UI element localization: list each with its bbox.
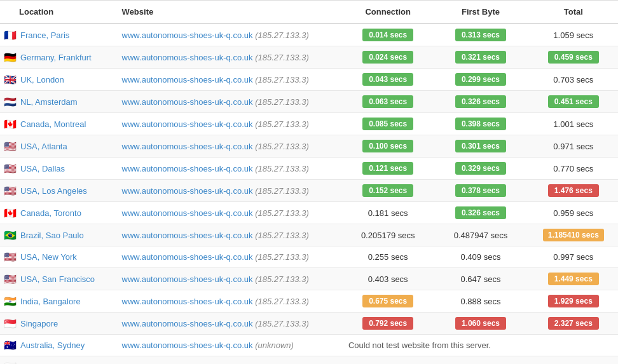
website-ip: (185.27.133.3)	[255, 252, 309, 262]
website-ip: (185.27.133.3)	[255, 297, 309, 306]
firstbyte-value: 0.888 secs	[461, 297, 501, 306]
firstbyte-cell: 0.301 secs	[432, 135, 528, 158]
website-url: www.autonomous-shoes-uk-q.co.uk (185.27.…	[122, 142, 309, 151]
flag-icon: 🇬🇧	[4, 74, 17, 86]
location-name: USA, San Francisco	[20, 274, 95, 284]
website-cell: www.autonomous-shoes-uk-q.co.uk (unknown…	[117, 335, 343, 356]
location-name: USA, New York	[20, 252, 77, 262]
connection-cell: 0.403 secs	[343, 268, 432, 290]
website-cell: www.autonomous-shoes-uk-q.co.uk (185.27.…	[117, 268, 343, 290]
flag-icon: 🇦🇺	[4, 339, 17, 351]
connection-cell: 0.085 secs	[343, 113, 432, 135]
total-cell: 2.327 secs	[529, 313, 618, 335]
location-cell: 🇺🇸USA, New York	[0, 246, 117, 268]
header-location: Location	[0, 1, 117, 24]
table-row: 🇺🇸USA, Los Angeleswww.autonomous-shoes-u…	[0, 180, 618, 202]
website-cell: www.autonomous-shoes-uk-q.co.uk (185.27.…	[117, 313, 343, 335]
website-ip: (185.27.133.3)	[255, 319, 309, 328]
total-cell: 0.959 secs	[529, 202, 618, 224]
website-ip: (185.27.133.3)	[255, 30, 309, 40]
total-cell: 0.971 secs	[529, 135, 618, 158]
firstbyte-badge: 0.398 secs	[455, 118, 506, 130]
flag-icon: 🇧🇷	[4, 229, 17, 241]
connection-badge: 0.024 secs	[362, 51, 413, 64]
firstbyte-cell: 1.060 secs	[432, 313, 528, 335]
table-row: 🇺🇸USA, New Yorkwww.autonomous-shoes-uk-q…	[0, 246, 618, 268]
flag-icon: 🇺🇸	[4, 251, 17, 263]
table-row: 🇺🇸USA, San Franciscowww.autonomous-shoes…	[0, 268, 618, 290]
website-url: www.autonomous-shoes-uk-q.co.uk (185.27.…	[122, 231, 309, 240]
connection-value: 0.403 secs	[368, 274, 408, 284]
firstbyte-cell: 0.647 secs	[432, 268, 528, 290]
connection-badge: 0.792 secs	[362, 317, 413, 330]
firstbyte-cell: 0.378 secs	[432, 180, 528, 202]
website-url: www.autonomous-shoes-uk-q.co.uk (185.27.…	[122, 297, 309, 306]
website-ip: (185.27.133.3)	[255, 164, 309, 173]
connection-badge: 0.063 secs	[362, 95, 413, 108]
flag-icon: 🇨🇦	[4, 118, 17, 130]
location-cell: 🇩🇪Germany, Frankfurt	[0, 46, 117, 69]
total-value: 0.971 secs	[553, 142, 593, 151]
connection-cell: 0.024 secs	[343, 46, 432, 69]
website-url: www.autonomous-shoes-uk-q.co.uk (185.27.…	[122, 252, 309, 262]
connection-cell: 0.063 secs	[343, 91, 432, 113]
table-row: 🇮🇳India, Bangalorewww.autonomous-shoes-u…	[0, 290, 618, 313]
website-url: www.autonomous-shoes-uk-q.co.uk (185.27.…	[122, 186, 309, 196]
connection-cell: 0.792 secs	[343, 313, 432, 335]
location-name: Brazil, Sao Paulo	[20, 231, 84, 240]
total-cell: 0.770 secs	[529, 158, 618, 180]
firstbyte-value: 0.409 secs	[461, 252, 501, 262]
firstbyte-badge: 0.313 secs	[455, 29, 506, 41]
total-badge: 1.929 secs	[548, 295, 599, 307]
total-value: 0.959 secs	[553, 208, 593, 218]
connection-cell: 0.181 secs	[343, 202, 432, 224]
website-ip: (185.27.133.3)	[255, 53, 309, 62]
location-cell: 🇮🇳India, Bangalore	[0, 290, 117, 313]
total-badge: 2.327 secs	[548, 317, 599, 330]
website-url: www.autonomous-shoes-uk-q.co.uk (185.27.…	[122, 164, 309, 173]
table-row: 🇸🇬Singaporewww.autonomous-shoes-uk-q.co.…	[0, 313, 618, 335]
website-ip: (185.27.133.3)	[255, 274, 309, 284]
website-url: www.autonomous-shoes-uk-q.co.uk (185.27.…	[122, 119, 309, 129]
could-not-test: Could not test website from this server.	[343, 335, 618, 356]
total-cell: 1.476 secs	[529, 180, 618, 202]
location-cell: 🇺🇸USA, Los Angeles	[0, 180, 117, 202]
location-cell: 🇳🇱NL, Amsterdam	[0, 91, 117, 113]
header-website: Website	[117, 1, 343, 24]
location-name: Germany, Frankfurt	[20, 53, 92, 62]
location-name: NL, Amsterdam	[20, 97, 78, 107]
header-firstbyte: First Byte	[432, 1, 528, 24]
location-cell: 🇫🇷France, Paris	[0, 24, 117, 46]
table-row: 🇦🇺Australia, Sydneywww.autonomous-shoes-…	[0, 335, 618, 356]
website-cell: www.autonomous-shoes-uk-q.co.uk (185.27.…	[117, 91, 343, 113]
table-row: 🇳🇱NL, Amsterdamwww.autonomous-shoes-uk-q…	[0, 91, 618, 113]
connection-badge: 0.152 secs	[362, 184, 413, 197]
location-name: France, Paris	[20, 30, 69, 40]
website-ip: (185.27.133.3)	[255, 231, 309, 240]
location-cell: 🇺🇸USA, Dallas	[0, 158, 117, 180]
website-cell: www.autonomous-shoes-uk-q.co.uk (185.27.…	[117, 135, 343, 158]
firstbyte-badge: 0.321 secs	[455, 51, 506, 64]
flag-icon: 🇳🇱	[4, 96, 17, 108]
flag-icon: 🇩🇪	[4, 51, 17, 64]
connection-badge: 0.121 secs	[362, 162, 413, 175]
total-badge: 0.459 secs	[548, 51, 599, 64]
total-cell: 1.059 secs	[529, 24, 618, 46]
table-row: 🇯🇵JP, Tokyowww.autonomous-shoes-uk-q.co.…	[0, 356, 618, 365]
total-value: 1.001 secs	[553, 119, 593, 129]
website-url: www.autonomous-shoes-uk-q.co.uk (185.27.…	[122, 30, 309, 40]
flag-icon: 🇨🇦	[4, 207, 17, 219]
total-badge: 1.449 secs	[548, 273, 599, 285]
location-name: Singapore	[20, 319, 58, 328]
location-cell: 🇧🇷Brazil, Sao Paulo	[0, 224, 117, 246]
firstbyte-value: 0.647 secs	[461, 274, 501, 284]
total-badge: 1.185410 secs	[543, 229, 604, 241]
website-cell: www.autonomous-shoes-uk-q.co.uk (185.27.…	[117, 224, 343, 246]
total-cell: 0.703 secs	[529, 69, 618, 91]
location-name: Australia, Sydney	[20, 340, 85, 350]
connection-value: 0.205179 secs	[361, 231, 415, 240]
location-name: USA, Los Angeles	[20, 186, 87, 196]
total-cell: 1.449 secs	[529, 268, 618, 290]
location-name: India, Bangalore	[20, 297, 81, 306]
location-name: USA, Dallas	[20, 164, 65, 173]
